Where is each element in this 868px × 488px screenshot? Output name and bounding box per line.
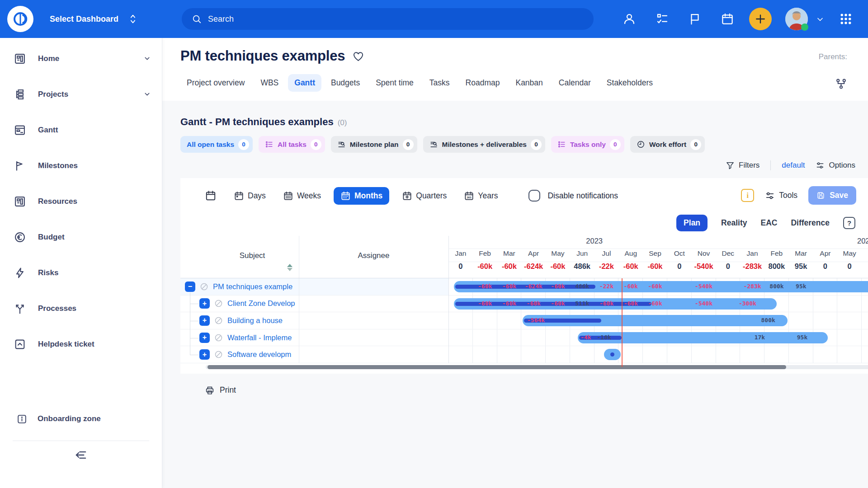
tab-tasks[interactable]: Tasks [423, 74, 456, 92]
month-label: Jan [740, 249, 764, 258]
jump-to-date-icon[interactable] [205, 190, 217, 202]
hierarchy-options-icon[interactable] [835, 78, 847, 90]
monthly-total-value: -540k [692, 262, 716, 271]
user-icon[interactable] [623, 12, 636, 26]
scrollbar-thumb[interactable] [208, 365, 786, 369]
filter-chip-work-effort[interactable]: Work effort0 [630, 136, 705, 153]
filter-chip-all-open-tasks[interactable]: All open tasks0 [180, 136, 253, 153]
page-header: PM techniques examples Parents: Project … [162, 38, 868, 101]
scale-button-weeks[interactable]: Weeks [278, 187, 326, 205]
task-subject-link[interactable]: PM techniques example [213, 282, 292, 291]
section-count: (0) [338, 118, 347, 127]
tab-gantt[interactable]: Gantt [288, 74, 321, 92]
options-button[interactable]: Options [816, 161, 855, 170]
view-mode-eac[interactable]: EAC [760, 218, 777, 228]
task-subject-link[interactable]: Software developm [227, 350, 291, 359]
monthly-total-value: 0 [448, 262, 473, 271]
assignee-column-header[interactable]: Assignee [299, 251, 448, 260]
quick-add-button[interactable] [749, 8, 772, 30]
help-icon[interactable]: ? [843, 217, 855, 229]
filters-button[interactable]: Filters [726, 161, 760, 170]
chip-count-badge: 0 [531, 139, 542, 150]
calendar-icon[interactable] [721, 12, 734, 26]
expand-row-button[interactable]: + [199, 298, 210, 309]
sort-toggle[interactable] [287, 264, 292, 271]
tab-kanban[interactable]: Kanban [509, 74, 549, 92]
view-mode-plan[interactable]: Plan [676, 215, 708, 231]
top-bar: Select Dashboard Search [0, 0, 868, 38]
tab-wbs[interactable]: WBS [254, 74, 285, 92]
sidebar-item-projects[interactable]: Projects [0, 76, 162, 112]
scale-button-months[interactable]: Months [334, 187, 389, 205]
tab-project-overview[interactable]: Project overview [180, 74, 251, 92]
subject-column-header[interactable]: Subject [206, 251, 299, 260]
expand-row-button[interactable]: + [199, 315, 210, 326]
bar-value-label: -60k [551, 283, 565, 290]
chevron-down-icon[interactable] [816, 15, 825, 24]
default-filter-link[interactable]: default [782, 161, 805, 170]
search-input[interactable]: Search [182, 8, 594, 30]
sidebar: HomeProjectsGanttMilestonesResourcesBudg… [0, 38, 162, 488]
dashboard-selector[interactable]: Select Dashboard [50, 0, 137, 38]
task-subject-link[interactable]: Building a house [227, 316, 283, 325]
tab-roadmap[interactable]: Roadmap [459, 74, 506, 92]
timeline-header: 20232024JanFebMarAprMayJunJulAugSepOctNo… [448, 236, 868, 278]
print-button[interactable]: Print [205, 385, 868, 395]
app-logo[interactable] [7, 6, 33, 32]
sidebar-item-helpdesk-ticket[interactable]: Helpdesk ticket [0, 326, 162, 362]
scale-button-quarters[interactable]: Quarters [397, 187, 451, 205]
sidebar-item-risks[interactable]: Risks [0, 255, 162, 291]
save-button[interactable]: Save [808, 186, 856, 205]
assignee-cell[interactable] [299, 296, 448, 312]
monthly-total-value: -283k [740, 262, 764, 271]
risks-icon [14, 267, 26, 279]
info-icon[interactable]: i [741, 189, 754, 202]
sidebar-item-gantt[interactable]: Gantt [0, 112, 162, 148]
filter-chip-milestone-plan[interactable]: Milestone plan0 [331, 136, 417, 153]
sidebar-item-milestones[interactable]: Milestones [0, 148, 162, 183]
task-subject-link[interactable]: Waterfall - Impleme [227, 333, 292, 342]
floppy-icon [816, 191, 825, 200]
expand-row-button[interactable]: + [199, 349, 210, 360]
assignee-cell[interactable] [299, 346, 448, 363]
save-label: Save [830, 191, 848, 200]
sidebar-item-budget[interactable]: Budget [0, 219, 162, 255]
tab-stakeholders[interactable]: Stakeholders [600, 74, 659, 92]
search-icon [192, 14, 202, 24]
favorite-heart-icon[interactable] [352, 50, 364, 62]
tab-spent-time[interactable]: Spent time [369, 74, 420, 92]
filter-chip-milestones-deliverables[interactable]: Milestones + deliverables0 [423, 136, 545, 153]
tab-calendar[interactable]: Calendar [552, 74, 597, 92]
list-icon [265, 140, 274, 149]
assignee-cell[interactable] [299, 312, 448, 329]
expand-row-button[interactable]: + [199, 333, 210, 343]
filter-chip-all-tasks[interactable]: All tasks0 [259, 136, 325, 153]
sidebar-item-resources[interactable]: Resources [0, 183, 162, 219]
view-mode-reality[interactable]: Reality [721, 218, 747, 228]
scale-button-years[interactable]: Years [459, 187, 502, 205]
tasks-checklist-icon[interactable] [656, 12, 669, 26]
flag-icon[interactable] [688, 12, 702, 26]
month-label: Mar [497, 249, 522, 258]
sidebar-item-home[interactable]: Home [0, 41, 162, 76]
scale-label: Years [478, 191, 498, 201]
task-subject-link[interactable]: Client Zone Develop [227, 299, 295, 308]
disable-notifications-checkbox[interactable] [528, 190, 540, 202]
tools-button[interactable]: Tools [765, 191, 797, 201]
tab-budgets[interactable]: Budgets [325, 74, 366, 92]
collapse-row-button[interactable]: − [185, 282, 195, 292]
scale-button-days[interactable]: Days [229, 187, 270, 205]
assignee-cell[interactable] [299, 278, 448, 295]
apps-grid-icon[interactable] [839, 12, 853, 26]
sliders-icon [765, 191, 775, 201]
filter-chip-tasks-only[interactable]: Tasks only0 [551, 136, 624, 153]
sidebar-item-label: Milestones [38, 161, 151, 170]
monthly-total-value: 800k [764, 262, 789, 271]
sidebar-collapse-button[interactable] [0, 448, 162, 462]
sidebar-item-processes[interactable]: Processes [0, 291, 162, 326]
cal-days-icon [234, 191, 244, 201]
sidebar-item-onboarding-zone[interactable]: Onboarding zone [0, 405, 162, 432]
view-mode-difference[interactable]: Difference [791, 218, 830, 228]
assignee-cell[interactable] [299, 329, 448, 346]
horizontal-scrollbar [206, 365, 868, 369]
